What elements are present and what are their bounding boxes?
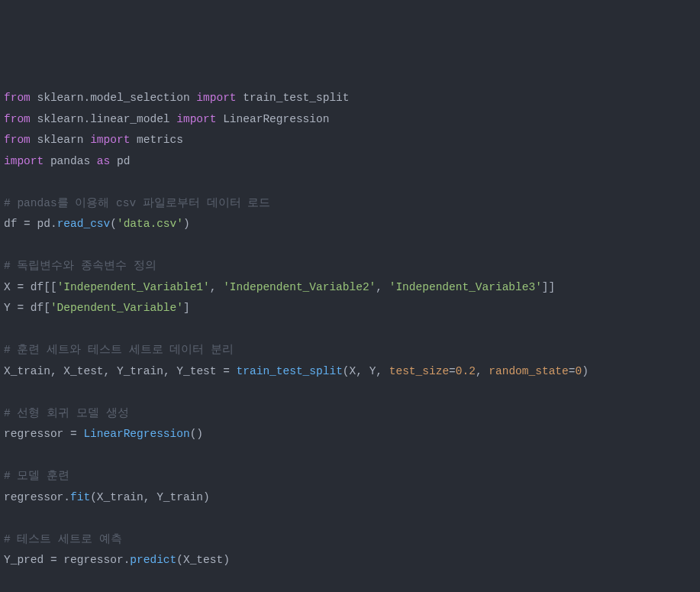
code-token-kw: import <box>196 92 243 104</box>
code-token-kw: from <box>4 134 37 146</box>
code-token-cmt: # 훈련 세트와 테스트 세트로 데이터 분리 <box>4 344 234 356</box>
code-token-id: ( <box>110 218 117 230</box>
code-token-call: read_csv <box>57 218 111 230</box>
code-token-id: , <box>476 365 489 377</box>
code-line[interactable]: Y = df['Dependent_Variable'] <box>4 298 696 319</box>
code-token-call: LinearRegression <box>83 428 189 440</box>
code-token-id: sklearn.linear_model <box>37 113 177 125</box>
code-token-call: train_test_split <box>237 365 343 377</box>
code-token-id: , <box>104 365 117 377</box>
code-token-num: 0 <box>575 365 582 377</box>
code-line[interactable]: X = df[['Independent_Variable1', 'Indepe… <box>4 277 696 299</box>
code-line[interactable]: import pandas as pd <box>4 151 696 173</box>
code-token-cmt: # 모델 훈련 <box>4 470 69 482</box>
code-token-id: Y_train) <box>156 491 210 503</box>
code-line[interactable] <box>4 319 696 341</box>
code-token-kw: from <box>4 113 37 125</box>
code-line[interactable]: # 독립변수와 종속변수 정의 <box>4 256 696 277</box>
code-token-str: 'Dependent_Variable' <box>50 302 183 314</box>
code-token-id: ) <box>582 365 589 377</box>
code-token-id: df = pd. <box>4 218 57 230</box>
code-token-kw: import <box>4 155 50 167</box>
code-token-param: test_size <box>389 365 449 377</box>
code-token-call: fit <box>70 491 90 503</box>
code-token-str: 'Independent_Variable1' <box>57 281 210 293</box>
code-line[interactable]: Y_pred = regressor.predict(X_test) <box>4 550 696 571</box>
code-token-id: ) <box>183 218 190 230</box>
code-line[interactable] <box>4 172 696 193</box>
code-token-kw: from <box>4 92 37 104</box>
code-token-cmt: # pandas를 이용해 csv 파일로부터 데이터 로드 <box>4 197 270 209</box>
code-token-str: 'data.csv' <box>117 218 183 230</box>
code-token-id: , <box>50 365 63 377</box>
code-line[interactable]: regressor = LinearRegression() <box>4 424 696 445</box>
code-token-cmt: # 테스트 세트로 예측 <box>4 533 122 545</box>
code-token-id: X_test <box>63 365 103 377</box>
code-token-id: , <box>163 365 176 377</box>
code-line[interactable]: # 훈련 세트와 테스트 세트로 데이터 분리 <box>4 340 696 361</box>
code-line[interactable]: X_train, X_test, Y_train, Y_test = train… <box>4 361 696 383</box>
code-editor[interactable]: from sklearn.model_selection import trai… <box>4 88 696 592</box>
code-token-kw: import <box>90 134 137 146</box>
code-token-id: sklearn <box>37 134 91 146</box>
code-token-kw: as <box>97 155 117 167</box>
code-line[interactable]: from sklearn.model_selection import trai… <box>4 88 696 109</box>
code-token-id: , <box>356 365 369 377</box>
code-token-id: (X <box>343 365 356 377</box>
code-token-id: LinearRegression <box>223 113 329 125</box>
code-token-call: predict <box>130 554 176 566</box>
code-token-id: ]] <box>542 281 555 293</box>
code-token-str: 'Independent_Variable3' <box>389 281 542 293</box>
code-token-id: Y_pred = regressor. <box>4 554 130 566</box>
code-token-id: () <box>190 428 203 440</box>
code-token-id: metrics <box>137 134 183 146</box>
code-token-id: = <box>449 365 456 377</box>
code-token-num: 0.2 <box>456 365 476 377</box>
code-line[interactable]: from sklearn import metrics <box>4 130 696 151</box>
code-token-id: (X_test) <box>176 554 230 566</box>
code-token-id: Y_test = <box>176 365 236 377</box>
code-line[interactable]: # 모델 훈련 <box>4 466 696 487</box>
code-token-id: (X_train <box>90 491 144 503</box>
code-token-id: sklearn.model_selection <box>37 92 197 104</box>
code-line[interactable]: from sklearn.linear_model import LinearR… <box>4 109 696 131</box>
code-token-param: random_state <box>489 365 568 377</box>
code-line[interactable] <box>4 508 696 529</box>
code-line[interactable] <box>4 382 696 403</box>
code-token-str: 'Independent_Variable2' <box>223 281 376 293</box>
code-line[interactable] <box>4 571 696 593</box>
code-token-cmt: # 독립변수와 종속변수 정의 <box>4 260 156 272</box>
code-token-id: regressor. <box>4 491 70 503</box>
code-token-id: Y_train <box>117 365 163 377</box>
code-line[interactable]: # 선형 회귀 모델 생성 <box>4 403 696 425</box>
code-line[interactable] <box>4 235 696 257</box>
code-token-id: pd <box>117 155 130 167</box>
code-token-id: pandas <box>50 155 97 167</box>
code-line[interactable]: df = pd.read_csv('data.csv') <box>4 214 696 235</box>
code-line[interactable]: regressor.fit(X_train, Y_train) <box>4 487 696 509</box>
code-token-id: X = df[[ <box>4 281 57 293</box>
code-token-id: , <box>376 281 389 293</box>
code-token-id: ] <box>183 302 190 314</box>
code-token-id: X_train <box>4 365 50 377</box>
code-token-kw: import <box>176 113 223 125</box>
code-line[interactable]: # pandas를 이용해 csv 파일로부터 데이터 로드 <box>4 193 696 215</box>
code-token-id: , <box>210 281 223 293</box>
code-token-id: , <box>144 491 156 503</box>
code-line[interactable] <box>4 445 696 467</box>
code-token-id: , <box>376 365 389 377</box>
code-token-id: Y = df[ <box>4 302 50 314</box>
code-token-cmt: # 선형 회귀 모델 생성 <box>4 407 129 419</box>
code-token-id: regressor = <box>4 428 83 440</box>
code-token-id: train_test_split <box>243 92 349 104</box>
code-line[interactable]: # 테스트 세트로 예측 <box>4 529 696 551</box>
